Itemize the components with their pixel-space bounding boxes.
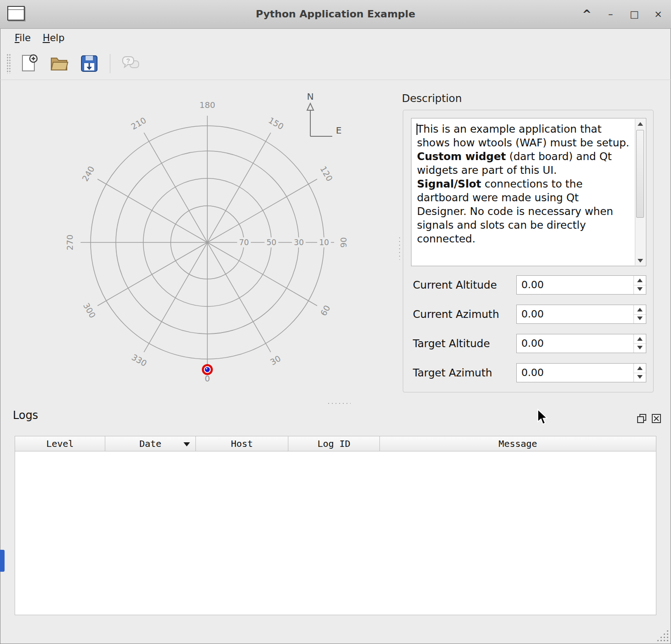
horizontal-splitter-handle[interactable] bbox=[327, 402, 351, 405]
svg-text:120: 120 bbox=[319, 165, 335, 183]
svg-text:0: 0 bbox=[205, 374, 210, 383]
log-table-body[interactable] bbox=[15, 451, 656, 615]
svg-text:10: 10 bbox=[319, 238, 329, 247]
column-label: Date bbox=[139, 438, 161, 449]
description-text: This is an example application that show… bbox=[417, 122, 631, 246]
description-scrollbar[interactable] bbox=[635, 119, 645, 265]
target-altitude-value: 0.00 bbox=[521, 334, 544, 353]
menu-help[interactable]: Help bbox=[43, 32, 65, 43]
spin-buttons bbox=[633, 276, 646, 294]
spin-buttons bbox=[633, 305, 646, 323]
scrollbar-thumb[interactable] bbox=[636, 130, 644, 218]
maximize-button[interactable]: □ bbox=[628, 9, 641, 20]
shade-button[interactable]: ^ bbox=[580, 8, 593, 21]
spin-down-arrow[interactable] bbox=[634, 285, 646, 294]
svg-text:210: 210 bbox=[130, 115, 148, 131]
scroll-up-arrow[interactable] bbox=[635, 119, 645, 129]
column-label: Level bbox=[46, 438, 74, 449]
column-label: Host bbox=[231, 438, 253, 449]
logs-float-button[interactable] bbox=[636, 413, 647, 424]
save-icon bbox=[79, 54, 99, 74]
column-label: Log ID bbox=[317, 438, 350, 449]
svg-text:180: 180 bbox=[200, 100, 215, 110]
close-dock-icon bbox=[651, 413, 662, 424]
resize-grip[interactable] bbox=[656, 629, 668, 641]
svg-text:70: 70 bbox=[239, 238, 249, 247]
spin-up-arrow[interactable] bbox=[634, 305, 646, 315]
window-title: Python Application Example bbox=[0, 0, 671, 28]
titlebar[interactable]: Python Application Example ^ – □ × bbox=[0, 0, 671, 29]
current-azimuth-value: 0.00 bbox=[521, 305, 544, 323]
mouse-cursor bbox=[536, 408, 550, 426]
svg-text:60: 60 bbox=[319, 304, 332, 317]
target-azimuth-label: Target Azimuth bbox=[413, 363, 492, 382]
toolbar: ? bbox=[0, 48, 671, 80]
svg-text:150: 150 bbox=[267, 115, 285, 131]
dartboard-widget[interactable]: 705030101801501209060300330300270240210N… bbox=[0, 80, 403, 404]
target-azimuth-spinbox[interactable]: 0.00 bbox=[516, 363, 646, 382]
svg-text:?: ? bbox=[126, 57, 130, 64]
dock-tab-indicator[interactable] bbox=[0, 550, 5, 572]
spin-down-arrow[interactable] bbox=[634, 314, 646, 323]
log-column-date[interactable]: Date bbox=[105, 436, 196, 451]
menubar: File Help bbox=[0, 28, 671, 48]
toolbar-separator bbox=[110, 54, 110, 73]
svg-text:300: 300 bbox=[81, 301, 97, 320]
column-label: Message bbox=[498, 438, 537, 449]
menu-file[interactable]: File bbox=[15, 32, 31, 43]
description-textarea[interactable]: This is an example application that show… bbox=[411, 118, 646, 266]
target-azimuth-value: 0.00 bbox=[521, 364, 544, 382]
log-column-host[interactable]: Host bbox=[196, 436, 288, 451]
svg-text:90: 90 bbox=[339, 237, 348, 248]
open-document-button[interactable] bbox=[47, 51, 71, 76]
current-azimuth-spinbox[interactable]: 0.00 bbox=[516, 305, 646, 324]
save-document-button[interactable] bbox=[77, 51, 102, 76]
open-folder-icon bbox=[49, 54, 69, 74]
svg-text:270: 270 bbox=[65, 235, 75, 250]
description-group-title: Description bbox=[402, 92, 462, 104]
svg-text:330: 330 bbox=[130, 352, 148, 368]
text-cursor bbox=[417, 123, 417, 135]
new-document-button[interactable] bbox=[16, 51, 41, 76]
scroll-down-arrow[interactable] bbox=[635, 255, 645, 265]
dartboard-chart: 705030101801501209060300330300270240210N… bbox=[0, 80, 403, 404]
current-altitude-spinbox[interactable]: 0.00 bbox=[516, 275, 646, 295]
minimize-button[interactable]: – bbox=[604, 9, 617, 20]
close-button[interactable]: × bbox=[652, 9, 665, 20]
spin-up-arrow[interactable] bbox=[634, 276, 646, 285]
svg-text:N: N bbox=[307, 91, 314, 102]
target-altitude-spinbox[interactable]: 0.00 bbox=[516, 334, 646, 353]
svg-text:E: E bbox=[336, 125, 342, 136]
log-column-level[interactable]: Level bbox=[15, 436, 105, 451]
log-column-logid[interactable]: Log ID bbox=[288, 436, 380, 451]
logs-dock-title: Logs bbox=[13, 409, 38, 422]
spin-up-arrow[interactable] bbox=[634, 334, 646, 344]
spin-buttons bbox=[633, 334, 646, 353]
current-azimuth-label: Current Azimuth bbox=[413, 305, 499, 324]
logs-close-button[interactable] bbox=[651, 413, 662, 424]
spin-down-arrow[interactable] bbox=[634, 343, 646, 353]
vertical-splitter-handle[interactable] bbox=[398, 236, 401, 260]
current-altitude-value: 0.00 bbox=[521, 276, 544, 294]
spin-down-arrow[interactable] bbox=[634, 373, 646, 382]
spin-buttons bbox=[633, 364, 646, 382]
target-altitude-label: Target Altitude bbox=[413, 334, 490, 353]
svg-text:50: 50 bbox=[266, 238, 276, 247]
float-window-icon bbox=[636, 413, 647, 424]
spin-up-arrow[interactable] bbox=[634, 364, 646, 373]
svg-text:240: 240 bbox=[80, 165, 96, 183]
toolbar-drag-handle[interactable] bbox=[6, 54, 11, 74]
svg-text:30: 30 bbox=[269, 354, 282, 367]
sort-descending-icon bbox=[184, 442, 190, 446]
window-controls: ^ – □ × bbox=[580, 0, 665, 28]
application-window: Python Application Example ^ – □ × File … bbox=[0, 0, 671, 644]
svg-text:30: 30 bbox=[294, 238, 304, 247]
new-document-icon bbox=[19, 54, 39, 74]
log-column-message[interactable]: Message bbox=[380, 436, 656, 451]
help-icon: ? bbox=[121, 54, 141, 74]
help-button[interactable]: ? bbox=[119, 51, 143, 76]
current-altitude-label: Current Altitude bbox=[413, 275, 497, 295]
